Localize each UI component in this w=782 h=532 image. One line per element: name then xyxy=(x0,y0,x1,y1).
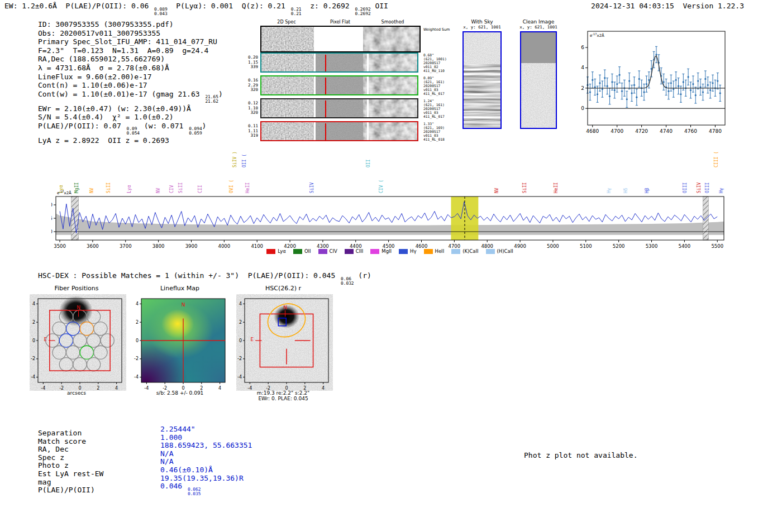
svg-text:2: 2 xyxy=(200,386,203,391)
stacked-uncertainty: 0.26920.2692 xyxy=(355,7,370,16)
hsc-cutout-plot: -4-4-2-2002244NE xyxy=(233,294,333,391)
svg-text:-4: -4 xyxy=(41,386,45,391)
spec2d-row-ticks: 0.121.10320 xyxy=(246,101,258,116)
svg-text:4: 4 xyxy=(322,386,325,391)
match-table-row: P(LAE)/P(OII)0.046 0.0620.035 xyxy=(38,486,252,500)
clean-image-title: Clean Image xyxy=(518,19,559,25)
legend-item: CIV xyxy=(318,248,337,254)
legend-item: OII xyxy=(293,248,311,254)
svg-text:5.0: 5.0 xyxy=(51,202,53,208)
with-sky-panel: With Sky x, y: 621, 1001 xyxy=(460,19,504,130)
svg-text:2: 2 xyxy=(136,320,139,325)
match-field-label: mag xyxy=(38,478,160,487)
legend-item: MgII xyxy=(370,248,392,254)
weighted-sum-label: Weighted Sum xyxy=(423,28,450,32)
spec2d-row: 0.201.153390.60"(621, 1001)20200517v011_… xyxy=(260,52,461,75)
legend-item: (H)CaII xyxy=(486,248,513,254)
svg-text:4780: 4780 xyxy=(709,128,722,134)
with-sky-image xyxy=(462,31,502,129)
fiber-positions-svg: -4-4-2-2002244NE xyxy=(27,294,126,391)
with-sky-image-svg xyxy=(464,32,500,128)
svg-text:2: 2 xyxy=(32,320,35,325)
match-field-label: Spec z xyxy=(38,454,160,462)
spec2d-row: 0.121.103201.24"(621, 161)20200517v011_0… xyxy=(260,98,461,121)
fiber-positions-panel: Fiber Positions -4-4-2-2002244NE arcsecs xyxy=(27,285,126,396)
spec2d-panel: 2D Spec Pixel Flat Smoothed Weighted Sum… xyxy=(248,18,477,146)
legend-swatch xyxy=(486,249,495,254)
emission-line-labels: LyαMgIINVSiIILyαNVCIVSiIICIIOVI (SiIV )O… xyxy=(51,143,728,194)
svg-text:2: 2 xyxy=(97,386,99,391)
match-field-value: 0.046 0.0620.035 xyxy=(160,482,252,496)
svg-text:4720: 4720 xyxy=(635,128,648,134)
spec2d-header-smoothed: Smoothed xyxy=(382,20,404,25)
svg-text:-4: -4 xyxy=(134,375,139,380)
svg-text:4760: 4760 xyxy=(684,128,697,134)
svg-text:2: 2 xyxy=(239,320,242,325)
legend-item: (K)CaII xyxy=(451,248,478,254)
legend-label: (H)CaII xyxy=(497,248,513,254)
legend-swatch xyxy=(293,249,302,254)
spec2d-row-annotation: 1.24"(621, 161)20200517v011_03411_RL_017 xyxy=(423,99,459,118)
svg-text:0: 0 xyxy=(182,386,184,391)
fiber-positions-plot: -4-4-2-2002244NE xyxy=(27,294,126,391)
svg-text:-4: -4 xyxy=(247,386,252,391)
svg-text:0.0: 0.0 xyxy=(51,229,53,234)
svg-text:4740: 4740 xyxy=(660,128,673,134)
match-field-label: P(LAE)/P(OII) xyxy=(38,486,160,500)
legend-item: CIII xyxy=(345,248,363,254)
clean-image-panel: Clean Image x, y: 621, 1001 xyxy=(518,19,559,130)
info-line: Primary Spec_Slot_IFU_AMP: 411_014_077_R… xyxy=(38,37,223,46)
legend-swatch xyxy=(399,249,408,254)
info-line: LyA z = 2.8922 OII z = 0.2693 xyxy=(38,136,223,145)
match-field-label: Match score xyxy=(38,438,160,446)
spec2d-row-annotation: 0.60"(621, 1001)20200517v011_02411_RU_11… xyxy=(423,53,459,73)
svg-text:-2: -2 xyxy=(266,386,270,391)
legend-item: Lyα xyxy=(266,248,286,254)
spec2d-header-2dspec: 2D Spec xyxy=(277,20,295,25)
legend-swatch xyxy=(451,249,460,254)
match-field-value: 19.35(19.35,19.36)R xyxy=(160,475,252,483)
legend-swatch xyxy=(318,249,327,254)
svg-text:E: E xyxy=(251,337,254,342)
svg-text:2: 2 xyxy=(581,85,584,91)
emission-line-label: OII xyxy=(366,160,371,167)
detection-info-block: ID: 3007953355 (3007953355.pdf)Obs: 2020… xyxy=(38,20,223,145)
svg-text:0: 0 xyxy=(136,338,139,343)
emission-line-label: SiIV ) xyxy=(232,151,238,167)
catalog-match-table: Separation2.25444"Match score1.000RA, De… xyxy=(38,429,252,500)
svg-text:0: 0 xyxy=(581,106,584,111)
svg-text:2.5: 2.5 xyxy=(51,215,53,221)
legend-label: Lyα xyxy=(278,248,286,254)
timestamp-version: 2024-12-31 04:03:15 Version 1.22.3 xyxy=(591,2,744,10)
svg-text:-2: -2 xyxy=(163,386,167,391)
svg-text:-2: -2 xyxy=(31,356,35,361)
match-field-value: N/A xyxy=(160,450,252,458)
match-field-value: 1.000 xyxy=(160,434,252,442)
lineflux-map-panel: Lineflux Map -4-4-2-2002244N s/b: 2.58 +… xyxy=(130,285,230,396)
svg-text:4: 4 xyxy=(581,65,584,70)
svg-text:4: 4 xyxy=(136,301,139,306)
svg-text:0: 0 xyxy=(285,386,288,391)
legend-item: Hγ xyxy=(399,248,416,254)
svg-text:N: N xyxy=(283,305,287,310)
lineflux-map-svg: -4-4-2-2002244N xyxy=(130,294,230,391)
match-field-value: N/A xyxy=(160,458,252,466)
svg-text:-4: -4 xyxy=(237,375,242,380)
svg-text:0: 0 xyxy=(78,386,81,391)
legend-swatch xyxy=(424,249,433,254)
svg-text:-4: -4 xyxy=(31,375,35,380)
summary-header: EW: 1.2±0.6Å P(LAE)/P(OII): 0.06 0.0890.… xyxy=(4,2,388,16)
svg-text:4: 4 xyxy=(218,386,221,391)
info-line: Obs: 20200517v011_3007953355 xyxy=(38,29,223,38)
svg-text:4: 4 xyxy=(32,301,35,306)
info-line: Cont(w) = 1.10(±0.01)e-17 (gmag 21.63 21… xyxy=(38,90,223,104)
lineflux-map-plot: -4-4-2-2002244N xyxy=(130,294,230,391)
svg-text:0: 0 xyxy=(239,338,242,343)
spec2d-row-ticks: 0.162.29320 xyxy=(246,78,258,93)
info-line: S/N = 5.4(±0.4) χ² = 1.0(±0.2) xyxy=(38,113,223,122)
clean-image-coords: x, y: 621, 1001 xyxy=(518,25,559,30)
info-line: EWr = 2.10(±0.47) (w: 2.30(±0.49))Å xyxy=(38,104,223,113)
spec2d-row-annotation: 1.33"(621, 169)20200517v011_03411_RL_018 xyxy=(423,122,459,141)
photz-note: Phot z plot not available. xyxy=(524,451,638,459)
full-spectrum-chart: 3500360037003800390040004100420043004400… xyxy=(51,189,728,250)
